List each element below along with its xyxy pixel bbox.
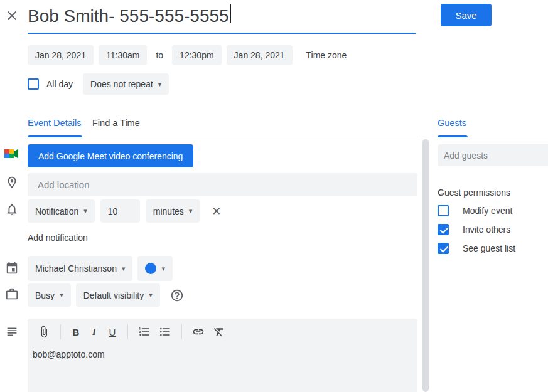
toolbar-divider bbox=[127, 324, 128, 339]
visibility-value: Default visibility bbox=[83, 290, 144, 300]
chevron-down-icon: ▾ bbox=[189, 207, 193, 215]
location-pin-icon bbox=[5, 176, 19, 189]
remove-notification-icon[interactable]: ✕ bbox=[212, 204, 221, 218]
notification-type-value: Notification bbox=[35, 206, 78, 216]
briefcase-icon bbox=[5, 287, 19, 301]
modify-event-checkbox[interactable] bbox=[438, 205, 449, 216]
allday-row: All day Does not repeat ▾ bbox=[28, 73, 169, 95]
recurrence-value: Does not repeat bbox=[90, 79, 153, 89]
invite-others-checkbox[interactable] bbox=[438, 224, 449, 235]
see-guest-list-checkbox[interactable] bbox=[438, 243, 449, 254]
busy-dropdown[interactable]: Busy ▾ bbox=[28, 283, 71, 307]
underline-button[interactable]: U bbox=[107, 327, 117, 337]
description-lines-icon bbox=[5, 325, 19, 339]
event-color-dropdown[interactable]: ▾ bbox=[137, 256, 173, 281]
allday-checkbox[interactable] bbox=[28, 78, 39, 90]
chevron-down-icon: ▾ bbox=[122, 265, 126, 273]
notification-unit-value: minutes bbox=[153, 206, 184, 216]
visibility-dropdown[interactable]: Default visibility ▾ bbox=[76, 283, 160, 307]
add-meet-button[interactable]: Add Google Meet video conferencing bbox=[28, 144, 193, 167]
close-icon[interactable] bbox=[4, 8, 20, 24]
permission-invite-others[interactable]: Invite others bbox=[438, 224, 510, 235]
allday-label: All day bbox=[46, 79, 73, 89]
toolbar-divider bbox=[60, 324, 61, 339]
to-label: to bbox=[156, 50, 163, 60]
permission-label: See guest list bbox=[463, 243, 515, 253]
left-tabbar: Event Details Find a Time bbox=[28, 115, 417, 137]
help-icon[interactable] bbox=[170, 289, 184, 302]
start-date-button[interactable]: Jan 28, 2021 bbox=[28, 45, 94, 65]
toolbar-divider bbox=[181, 324, 182, 339]
event-edit-dialog: Bob Smith- 555-555-5555 Save Jan 28, 202… bbox=[0, 0, 548, 392]
active-tab-indicator bbox=[28, 135, 82, 137]
notification-type-dropdown[interactable]: Notification ▾ bbox=[28, 199, 95, 223]
permission-label: Modify event bbox=[463, 206, 512, 216]
permission-label: Invite others bbox=[463, 225, 510, 235]
google-meet-icon bbox=[4, 147, 19, 160]
description-text[interactable]: bob@apptoto.com bbox=[28, 343, 417, 359]
availability-row: Busy ▾ Default visibility ▾ bbox=[28, 283, 184, 307]
permission-see-guest-list[interactable]: See guest list bbox=[438, 243, 515, 254]
bell-icon bbox=[5, 203, 19, 216]
event-title-field[interactable]: Bob Smith- 555-555-5555 bbox=[28, 4, 416, 34]
datetime-row: Jan 28, 2021 11:30am to 12:30pm Jan 28, … bbox=[28, 45, 347, 65]
calendar-icon bbox=[5, 262, 19, 275]
calendar-owner-value: Michael Christianson bbox=[35, 263, 117, 273]
format-toolbar: B I U bbox=[28, 319, 417, 343]
chevron-down-icon: ▾ bbox=[161, 265, 165, 273]
busy-value: Busy bbox=[35, 290, 55, 300]
tab-guests[interactable]: Guests bbox=[438, 118, 466, 128]
event-title-text: Bob Smith- 555-555-5555 bbox=[28, 4, 229, 29]
bulleted-list-icon[interactable] bbox=[159, 326, 171, 338]
add-guests-input[interactable] bbox=[438, 144, 548, 166]
recurrence-dropdown[interactable]: Does not repeat ▾ bbox=[83, 73, 169, 95]
permission-modify-event[interactable]: Modify event bbox=[438, 205, 512, 216]
right-tabbar: Guests bbox=[438, 115, 548, 137]
notification-unit-dropdown[interactable]: minutes ▾ bbox=[146, 199, 200, 223]
clear-formatting-icon[interactable] bbox=[213, 326, 225, 338]
bold-button[interactable]: B bbox=[71, 327, 81, 337]
chevron-down-icon: ▾ bbox=[60, 291, 63, 299]
chevron-down-icon: ▾ bbox=[158, 80, 162, 88]
tab-find-a-time[interactable]: Find a Time bbox=[92, 118, 140, 128]
link-icon[interactable] bbox=[192, 326, 205, 338]
attachment-icon[interactable] bbox=[38, 326, 50, 338]
calendar-row: Michael Christianson ▾ ▾ bbox=[28, 256, 173, 281]
guest-permissions-title: Guest permissions bbox=[438, 188, 510, 198]
vertical-scrollbar[interactable] bbox=[422, 139, 429, 392]
tab-event-details[interactable]: Event Details bbox=[28, 118, 81, 128]
timezone-button[interactable]: Time zone bbox=[306, 50, 347, 60]
notification-amount-input[interactable]: 10 bbox=[100, 199, 140, 223]
italic-button[interactable]: I bbox=[89, 327, 99, 337]
numbered-list-icon[interactable] bbox=[138, 326, 151, 338]
add-notification-link[interactable]: Add notification bbox=[28, 233, 88, 243]
notification-row: Notification ▾ 10 minutes ▾ ✕ bbox=[28, 199, 221, 223]
location-input[interactable] bbox=[28, 173, 417, 196]
start-time-button[interactable]: 11:30am bbox=[99, 45, 147, 65]
guests-tab-indicator bbox=[438, 135, 468, 137]
event-color-swatch bbox=[145, 263, 156, 274]
calendar-owner-dropdown[interactable]: Michael Christianson ▾ bbox=[28, 256, 132, 281]
end-time-button[interactable]: 12:30pm bbox=[172, 45, 221, 65]
end-date-button[interactable]: Jan 28, 2021 bbox=[227, 45, 293, 65]
chevron-down-icon: ▾ bbox=[83, 207, 87, 215]
description-editor[interactable]: B I U bob@apptoto.com bbox=[28, 319, 417, 392]
save-button[interactable]: Save bbox=[441, 4, 492, 26]
text-cursor bbox=[230, 4, 231, 23]
chevron-down-icon: ▾ bbox=[149, 291, 153, 299]
